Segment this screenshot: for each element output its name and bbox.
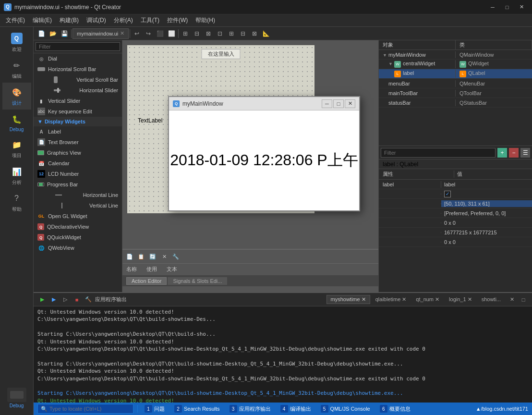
prop-menu-btn[interactable]: ☰ xyxy=(520,148,530,158)
widget-lcdnumber[interactable]: 12 LCD Number xyxy=(34,169,122,179)
prop-value-checkbox[interactable] xyxy=(441,190,532,198)
floating-minimize-btn[interactable]: ─ xyxy=(322,99,332,108)
sidebar-item-projects[interactable]: 📁 项目 xyxy=(2,135,31,162)
widget-graphicsview[interactable]: Graphics View xyxy=(34,147,122,158)
prop-add-btn[interactable]: + xyxy=(497,148,507,158)
toolbar-layout-1[interactable]: ⊞ xyxy=(180,28,191,39)
widget-vline[interactable]: Vertical Line xyxy=(34,200,122,211)
status-overview[interactable]: 6 概要信息 xyxy=(377,405,413,413)
widget-qdeclarative[interactable]: Q QDeclarativeView xyxy=(34,221,122,232)
inspector-row-menubar[interactable]: menuBar QMenuBar xyxy=(379,79,532,88)
status-problems[interactable]: 1 问题 xyxy=(142,405,168,413)
stop-btn[interactable]: ■ xyxy=(72,295,82,305)
tab-action-editor[interactable]: Action Editor xyxy=(126,277,167,285)
status-compile-output[interactable]: 4 编译输出 xyxy=(278,405,314,413)
status-num-6: 6 xyxy=(380,405,387,413)
status-search-box[interactable]: 🔍 xyxy=(37,404,133,414)
menu-edit[interactable]: 编辑(E) xyxy=(29,15,56,25)
widget-qquick[interactable]: Q QQuickWidget xyxy=(34,232,122,243)
toolbar-layout-5[interactable]: ⊞ xyxy=(226,28,237,39)
sidebar-item-help[interactable]: ? 帮助 xyxy=(2,189,31,216)
sidebar-item-debug[interactable]: 🐛 Debug xyxy=(2,110,31,135)
file-tab-close[interactable]: ✕ xyxy=(120,30,124,37)
sidebar-item-analyze[interactable]: 📊 分析 xyxy=(2,162,31,189)
toolbar-layout-2[interactable]: ⊟ xyxy=(191,28,203,39)
output-tab-showti[interactable]: showti... xyxy=(477,295,505,304)
section-display-widgets[interactable]: ▼ Display Widgets xyxy=(34,117,122,126)
menu-build[interactable]: 构建(B) xyxy=(56,15,83,25)
toolbar-new[interactable]: 📄 xyxy=(36,28,47,39)
widget-filter-input[interactable] xyxy=(36,42,120,51)
minimize-button[interactable]: ─ xyxy=(486,2,499,12)
toolbar-design-3[interactable]: ⬛ xyxy=(154,28,166,39)
menu-analyze[interactable]: 分析(A) xyxy=(110,15,137,25)
widget-progressbar[interactable]: Progress Bar xyxy=(34,179,122,190)
widget-calendar[interactable]: 📅 Calendar xyxy=(34,158,122,169)
file-tab[interactable]: mymainwindow.ui ✕ xyxy=(73,28,129,39)
toolbar-layout-6[interactable]: ⊟ xyxy=(237,28,249,39)
widget-label[interactable]: A Label xyxy=(34,126,122,137)
build-btn[interactable]: 🔨 xyxy=(84,295,93,305)
sidebar-item-welcome[interactable]: Q 欢迎 xyxy=(2,29,31,56)
prop-filter-input[interactable] xyxy=(381,148,496,158)
toolbar-design-2[interactable]: ↪ xyxy=(143,28,154,39)
tab-signals-slots[interactable]: Signals & Slots Edi... xyxy=(168,277,227,285)
action-btn-1[interactable]: 📄 xyxy=(124,251,135,262)
toolbar-design-1[interactable]: ↩ xyxy=(131,28,143,39)
menu-debug[interactable]: 调试(D) xyxy=(83,15,110,25)
status-app-output[interactable]: 3 应用程序输出 xyxy=(227,405,274,413)
menu-help[interactable]: 帮助(H) xyxy=(192,15,219,25)
maximize-button[interactable]: □ xyxy=(500,2,514,12)
inspector-row-central[interactable]: ▼ WcentralWidget WQWidget xyxy=(379,60,532,69)
output-close-btn[interactable]: ✕ xyxy=(507,295,517,305)
floating-close-btn[interactable]: ✕ xyxy=(345,99,355,108)
output-tab-qlaible[interactable]: qlaibletime ✕ xyxy=(371,295,411,304)
action-btn-4[interactable]: ✕ xyxy=(159,251,169,262)
widget-keyseq[interactable]: abc Key sequence Edit xyxy=(34,106,122,117)
prop-checkbox-element[interactable] xyxy=(444,191,451,197)
toolbar-layout-3[interactable]: ⊠ xyxy=(203,28,214,39)
widget-vslider[interactable]: ▮ Vertical Slider xyxy=(34,96,122,106)
widget-vscroll[interactable]: Vertical Scroll Bar xyxy=(34,74,122,85)
floating-maximize-btn[interactable]: □ xyxy=(333,99,344,108)
status-search-input[interactable] xyxy=(49,406,117,412)
widget-hslider[interactable]: Horizontal Slider xyxy=(34,85,122,96)
widget-qwebview[interactable]: 🌐 QWebView xyxy=(34,243,122,253)
widget-dial[interactable]: ◎ Dial xyxy=(34,53,122,64)
sidebar-item-debug-bottom[interactable]: Debug xyxy=(2,385,31,411)
profile-btn[interactable]: ▷ xyxy=(60,295,70,305)
text-label-widget[interactable]: TextLabel xyxy=(138,117,162,124)
output-tab-qtnum[interactable]: qt_num ✕ xyxy=(411,295,444,304)
output-tab-login[interactable]: login_1 ✕ xyxy=(445,295,476,304)
status-qml-console[interactable]: 5 QML/JS Console xyxy=(318,405,373,413)
action-btn-3[interactable]: 🔄 xyxy=(147,251,158,262)
widget-opengl[interactable]: GL Open GL Widget xyxy=(34,211,122,221)
prop-remove-btn[interactable]: − xyxy=(509,148,519,158)
inspector-row-mainwindow[interactable]: ▼ myMainWindow QMainWindow xyxy=(379,50,532,60)
action-btn-5[interactable]: 🔧 xyxy=(170,251,181,262)
widget-hscroll[interactable]: Horizontal Scroll Bar xyxy=(34,64,122,74)
toolbar-open[interactable]: 📂 xyxy=(47,28,59,39)
action-btn-2[interactable]: 📋 xyxy=(136,251,146,262)
widget-hline[interactable]: Horizontal Line xyxy=(34,190,122,200)
menu-controls[interactable]: 控件(W) xyxy=(163,15,192,25)
menu-file[interactable]: 文件(E) xyxy=(2,15,29,25)
close-button[interactable]: ✕ xyxy=(515,2,528,12)
debug-btn[interactable]: ▶ xyxy=(49,295,59,305)
inspector-row-toolbar[interactable]: mainToolBar QToolBar xyxy=(379,88,532,98)
status-search-results[interactable]: 2 Search Results xyxy=(171,405,223,413)
sidebar-item-edit[interactable]: ✏ 编辑 xyxy=(2,56,31,83)
sidebar-item-design[interactable]: 🎨 设计 xyxy=(2,83,31,110)
menu-tools[interactable]: 工具(T) xyxy=(137,15,163,25)
output-max-btn[interactable]: □ xyxy=(519,295,528,305)
run-btn[interactable]: ▶ xyxy=(37,295,47,305)
toolbar-layout-8[interactable]: 📐 xyxy=(260,28,272,39)
inspector-row-label[interactable]: Llabel LQLabel xyxy=(379,69,532,79)
inspector-row-statusbar[interactable]: statusBar QStatusBar xyxy=(379,98,532,108)
toolbar-save[interactable]: 💾 xyxy=(59,28,70,39)
toolbar-layout-4[interactable]: ⊡ xyxy=(214,28,226,39)
widget-textbrowser[interactable]: 📄 Text Browser xyxy=(34,137,122,147)
toolbar-layout-7[interactable]: ⊠ xyxy=(249,28,260,39)
output-tab-myshowtime[interactable]: myshowtime ✕ xyxy=(326,295,370,304)
toolbar-design-4[interactable]: ⬜ xyxy=(166,28,177,39)
